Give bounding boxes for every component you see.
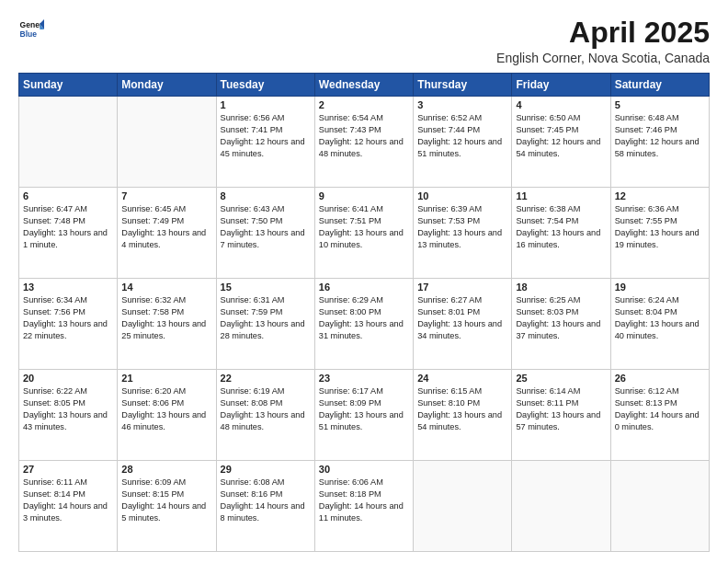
week-row-3: 13Sunrise: 6:34 AM Sunset: 7:56 PM Dayli… <box>19 279 710 370</box>
calendar-table: Sunday Monday Tuesday Wednesday Thursday… <box>18 73 710 552</box>
day-info: Sunrise: 6:52 AM Sunset: 7:44 PM Dayligh… <box>417 112 507 160</box>
day-info: Sunrise: 6:12 AM Sunset: 8:13 PM Dayligh… <box>615 385 705 433</box>
logo-icon: General Blue <box>18 17 44 42</box>
day-number: 21 <box>121 373 211 384</box>
day-cell: 7Sunrise: 6:45 AM Sunset: 7:49 PM Daylig… <box>118 188 216 279</box>
header: General Blue April 2025 English Corner, … <box>18 17 710 65</box>
day-info: Sunrise: 6:56 AM Sunset: 7:41 PM Dayligh… <box>221 112 311 160</box>
day-info: Sunrise: 6:43 AM Sunset: 7:50 PM Dayligh… <box>221 203 311 251</box>
day-cell: 10Sunrise: 6:39 AM Sunset: 7:53 PM Dayli… <box>414 188 512 279</box>
day-cell: 19Sunrise: 6:24 AM Sunset: 8:04 PM Dayli… <box>610 279 709 370</box>
week-row-4: 20Sunrise: 6:22 AM Sunset: 8:05 PM Dayli… <box>19 370 710 461</box>
day-number: 7 <box>121 190 211 201</box>
day-number: 6 <box>23 190 113 201</box>
day-info: Sunrise: 6:45 AM Sunset: 7:49 PM Dayligh… <box>121 203 211 251</box>
header-row: Sunday Monday Tuesday Wednesday Thursday… <box>19 74 710 97</box>
day-info: Sunrise: 6:38 AM Sunset: 7:54 PM Dayligh… <box>516 203 606 251</box>
day-info: Sunrise: 6:14 AM Sunset: 8:11 PM Dayligh… <box>516 385 606 433</box>
day-number: 5 <box>615 99 705 110</box>
day-cell: 21Sunrise: 6:20 AM Sunset: 8:06 PM Dayli… <box>118 370 216 461</box>
day-cell: 17Sunrise: 6:27 AM Sunset: 8:01 PM Dayli… <box>414 279 512 370</box>
day-info: Sunrise: 6:48 AM Sunset: 7:46 PM Dayligh… <box>615 112 705 160</box>
day-number: 18 <box>516 282 606 293</box>
col-monday: Monday <box>118 74 216 97</box>
week-row-5: 27Sunrise: 6:11 AM Sunset: 8:14 PM Dayli… <box>19 461 710 552</box>
day-info: Sunrise: 6:31 AM Sunset: 7:59 PM Dayligh… <box>221 294 311 342</box>
day-number: 23 <box>319 373 409 384</box>
day-cell <box>414 461 512 552</box>
day-number: 17 <box>417 282 507 293</box>
week-row-2: 6Sunrise: 6:47 AM Sunset: 7:48 PM Daylig… <box>19 188 710 279</box>
day-info: Sunrise: 6:34 AM Sunset: 7:56 PM Dayligh… <box>23 294 113 342</box>
day-cell: 26Sunrise: 6:12 AM Sunset: 8:13 PM Dayli… <box>610 370 709 461</box>
title-block: April 2025 English Corner, Nova Scotia, … <box>496 17 710 65</box>
subtitle: English Corner, Nova Scotia, Canada <box>496 51 710 65</box>
day-number: 9 <box>319 190 409 201</box>
day-cell: 20Sunrise: 6:22 AM Sunset: 8:05 PM Dayli… <box>19 370 118 461</box>
day-cell: 4Sunrise: 6:50 AM Sunset: 7:45 PM Daylig… <box>512 97 610 188</box>
day-number: 13 <box>23 282 113 293</box>
day-cell <box>19 97 118 188</box>
day-number: 1 <box>221 99 311 110</box>
col-wednesday: Wednesday <box>314 74 413 97</box>
day-number: 16 <box>319 282 409 293</box>
day-number: 3 <box>417 99 507 110</box>
day-info: Sunrise: 6:54 AM Sunset: 7:43 PM Dayligh… <box>319 112 409 160</box>
day-number: 10 <box>417 190 507 201</box>
day-info: Sunrise: 6:50 AM Sunset: 7:45 PM Dayligh… <box>516 112 606 160</box>
day-cell: 23Sunrise: 6:17 AM Sunset: 8:09 PM Dayli… <box>314 370 413 461</box>
day-cell: 25Sunrise: 6:14 AM Sunset: 8:11 PM Dayli… <box>512 370 610 461</box>
day-cell: 27Sunrise: 6:11 AM Sunset: 8:14 PM Dayli… <box>19 461 118 552</box>
day-info: Sunrise: 6:19 AM Sunset: 8:08 PM Dayligh… <box>221 385 311 433</box>
day-info: Sunrise: 6:20 AM Sunset: 8:06 PM Dayligh… <box>121 385 211 433</box>
main-title: April 2025 <box>496 17 710 49</box>
col-thursday: Thursday <box>414 74 512 97</box>
col-sunday: Sunday <box>19 74 118 97</box>
day-number: 14 <box>121 282 211 293</box>
day-number: 19 <box>615 282 705 293</box>
day-cell: 16Sunrise: 6:29 AM Sunset: 8:00 PM Dayli… <box>314 279 413 370</box>
day-cell <box>118 97 216 188</box>
day-cell: 30Sunrise: 6:06 AM Sunset: 8:18 PM Dayli… <box>314 461 413 552</box>
day-cell: 28Sunrise: 6:09 AM Sunset: 8:15 PM Dayli… <box>118 461 216 552</box>
day-info: Sunrise: 6:09 AM Sunset: 8:15 PM Dayligh… <box>121 477 211 524</box>
day-number: 22 <box>221 373 311 384</box>
day-cell: 2Sunrise: 6:54 AM Sunset: 7:43 PM Daylig… <box>314 97 413 188</box>
day-cell: 5Sunrise: 6:48 AM Sunset: 7:46 PM Daylig… <box>610 97 709 188</box>
day-number: 11 <box>516 190 606 201</box>
day-cell: 18Sunrise: 6:25 AM Sunset: 8:03 PM Dayli… <box>512 279 610 370</box>
day-cell: 29Sunrise: 6:08 AM Sunset: 8:16 PM Dayli… <box>216 461 314 552</box>
day-info: Sunrise: 6:08 AM Sunset: 8:16 PM Dayligh… <box>221 477 311 524</box>
day-cell <box>610 461 709 552</box>
day-number: 8 <box>221 190 311 201</box>
day-number: 20 <box>23 373 113 384</box>
day-info: Sunrise: 6:41 AM Sunset: 7:51 PM Dayligh… <box>319 203 409 251</box>
day-number: 25 <box>516 373 606 384</box>
day-info: Sunrise: 6:39 AM Sunset: 7:53 PM Dayligh… <box>417 203 507 251</box>
day-number: 24 <box>417 373 507 384</box>
day-info: Sunrise: 6:24 AM Sunset: 8:04 PM Dayligh… <box>615 294 705 342</box>
day-number: 2 <box>319 99 409 110</box>
day-cell: 22Sunrise: 6:19 AM Sunset: 8:08 PM Dayli… <box>216 370 314 461</box>
day-info: Sunrise: 6:15 AM Sunset: 8:10 PM Dayligh… <box>417 385 507 433</box>
day-cell: 11Sunrise: 6:38 AM Sunset: 7:54 PM Dayli… <box>512 188 610 279</box>
day-info: Sunrise: 6:22 AM Sunset: 8:05 PM Dayligh… <box>23 385 113 433</box>
day-number: 28 <box>121 464 211 475</box>
day-cell: 15Sunrise: 6:31 AM Sunset: 7:59 PM Dayli… <box>216 279 314 370</box>
day-number: 12 <box>615 190 705 201</box>
col-friday: Friday <box>512 74 610 97</box>
day-info: Sunrise: 6:17 AM Sunset: 8:09 PM Dayligh… <box>319 385 409 433</box>
day-cell: 3Sunrise: 6:52 AM Sunset: 7:44 PM Daylig… <box>414 97 512 188</box>
day-number: 30 <box>319 464 409 475</box>
col-saturday: Saturday <box>610 74 709 97</box>
day-info: Sunrise: 6:29 AM Sunset: 8:00 PM Dayligh… <box>319 294 409 342</box>
day-info: Sunrise: 6:36 AM Sunset: 7:55 PM Dayligh… <box>615 203 705 251</box>
day-number: 4 <box>516 99 606 110</box>
day-cell: 9Sunrise: 6:41 AM Sunset: 7:51 PM Daylig… <box>314 188 413 279</box>
day-number: 29 <box>221 464 311 475</box>
svg-text:Blue: Blue <box>20 29 38 39</box>
day-cell: 14Sunrise: 6:32 AM Sunset: 7:58 PM Dayli… <box>118 279 216 370</box>
week-row-1: 1Sunrise: 6:56 AM Sunset: 7:41 PM Daylig… <box>19 97 710 188</box>
logo: General Blue <box>18 17 44 42</box>
day-cell: 1Sunrise: 6:56 AM Sunset: 7:41 PM Daylig… <box>216 97 314 188</box>
